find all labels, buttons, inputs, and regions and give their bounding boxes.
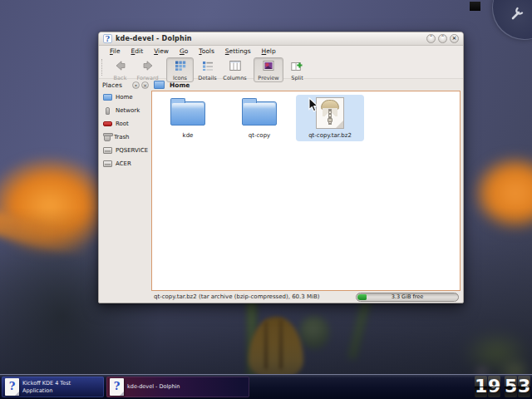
archive-icon (316, 97, 344, 129)
split-view-icon (291, 59, 303, 75)
file-item-qt-copy-tar-bz2[interactable]: qt-copy.tar.bz2 (296, 95, 364, 141)
folder-icon (242, 101, 277, 126)
forward-arrow-icon (142, 59, 154, 75)
free-space-label: 3.3 GiB free (392, 293, 424, 300)
sidebar-item-network[interactable]: Network (99, 104, 150, 117)
places-panel: Places • × Home Network Root (99, 79, 150, 303)
location-bar[interactable]: Home (150, 79, 463, 91)
titlebar[interactable]: ? kde-devel - Dolphin ˇ ˆ × (99, 32, 463, 46)
question-mark-icon: ? (5, 378, 19, 396)
mouse-cursor (308, 97, 318, 116)
root-drive-icon (103, 121, 112, 126)
menu-help[interactable]: Help (262, 47, 276, 55)
clock-digit: 5 (505, 376, 517, 397)
menu-edit[interactable]: Edit (131, 47, 144, 55)
breadcrumb[interactable]: Home (170, 81, 190, 89)
screen-artifact (470, 2, 480, 11)
menu-file[interactable]: File (110, 47, 121, 55)
window-title: kde-devel - Dolphin (116, 35, 192, 42)
clock-digit: 9 (488, 376, 500, 397)
file-item-kde[interactable]: kde (154, 95, 222, 141)
menu-tools[interactable]: Tools (199, 47, 214, 55)
toolbar: Back Forward Icons (99, 57, 463, 79)
dolphin-window: ? kde-devel - Dolphin ˇ ˆ × File Edit Vi… (98, 32, 464, 303)
question-mark-icon: ? (110, 378, 124, 396)
icons-view-icon (175, 59, 186, 75)
menubar: File Edit View Go Tools Settings Help (99, 46, 463, 57)
details-view-icon (202, 59, 214, 75)
status-bar: qt-copy.tar.bz2 (tar archive (bzip-compr… (150, 291, 463, 303)
desktop: ? kde-devel - Dolphin ˇ ˆ × File Edit Vi… (0, 0, 532, 399)
back-arrow-icon (115, 59, 126, 75)
sidebar-item-acer[interactable]: ACER (99, 157, 150, 170)
maximize-button[interactable]: ˆ (438, 34, 447, 43)
preview-icon (263, 59, 274, 75)
capacity-fill (357, 294, 367, 300)
trash-icon (104, 134, 111, 141)
places-close-button[interactable]: × (141, 81, 149, 89)
folder-home-icon (103, 94, 112, 101)
clock-digit: 1 (475, 376, 487, 397)
hard-drive-icon (103, 160, 112, 167)
network-icon (106, 107, 110, 115)
app-question-mark-icon: ? (103, 34, 112, 43)
sidebar-item-home[interactable]: Home (99, 91, 150, 104)
sidebar-item-root[interactable]: Root (99, 117, 150, 131)
places-panel-title: Places (102, 81, 122, 89)
digital-clock[interactable]: 1 9 5 3 (475, 376, 530, 397)
taskbar-item-kickoff[interactable]: ? Kickoff KDE 4 Test Application (2, 377, 104, 397)
columns-view-icon (229, 59, 241, 75)
close-button[interactable]: × (450, 34, 459, 43)
sidebar-item-trash[interactable]: Trash (99, 131, 150, 144)
file-item-qt-copy[interactable]: qt-copy (225, 95, 293, 141)
hard-drive-icon (103, 147, 112, 154)
sidebar-item-pqservice[interactable]: PQSERVICE (99, 144, 150, 157)
folder-home-icon (154, 81, 165, 89)
folder-view[interactable]: kde qt-copy qt-copy.tar.bz2 (151, 91, 461, 291)
disk-capacity-bar: 3.3 GiB free (356, 293, 459, 302)
minimize-button[interactable]: ˇ (426, 34, 436, 43)
places-float-button[interactable]: • (132, 81, 140, 89)
taskbar-item-dolphin[interactable]: ? kde-devel - Dolphin (106, 377, 249, 397)
menu-view[interactable]: View (154, 47, 169, 55)
menu-settings[interactable]: Settings (225, 47, 251, 55)
folder-icon (170, 101, 205, 126)
status-text: qt-copy.tar.bz2 (tar archive (bzip-compr… (154, 293, 319, 300)
toolbar-handle[interactable] (101, 59, 104, 76)
taskbar: ? Kickoff KDE 4 Test Application ? kde-d… (0, 374, 532, 399)
menu-go[interactable]: Go (180, 47, 188, 55)
clock-digit: 3 (518, 376, 530, 397)
